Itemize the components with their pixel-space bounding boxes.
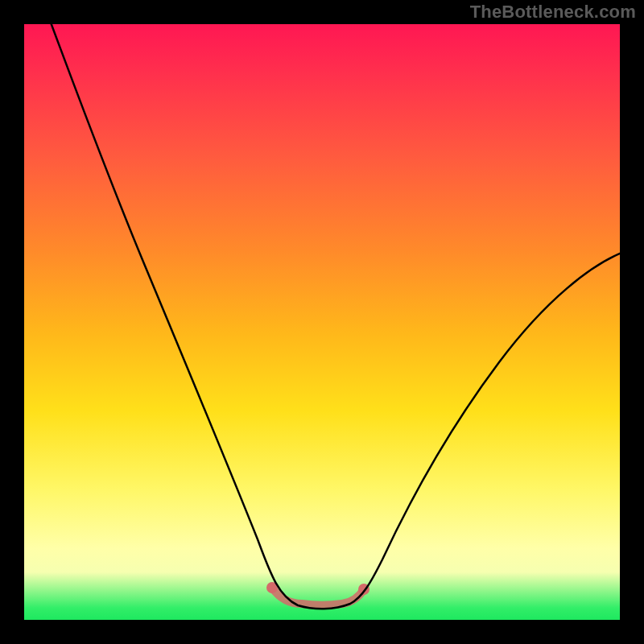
main-curve-path [48,24,620,609]
bottleneck-curve [24,24,620,620]
chart-frame: TheBottleneck.com [0,0,644,644]
watermark-text: TheBottleneck.com [470,2,636,23]
plot-area [24,24,620,620]
